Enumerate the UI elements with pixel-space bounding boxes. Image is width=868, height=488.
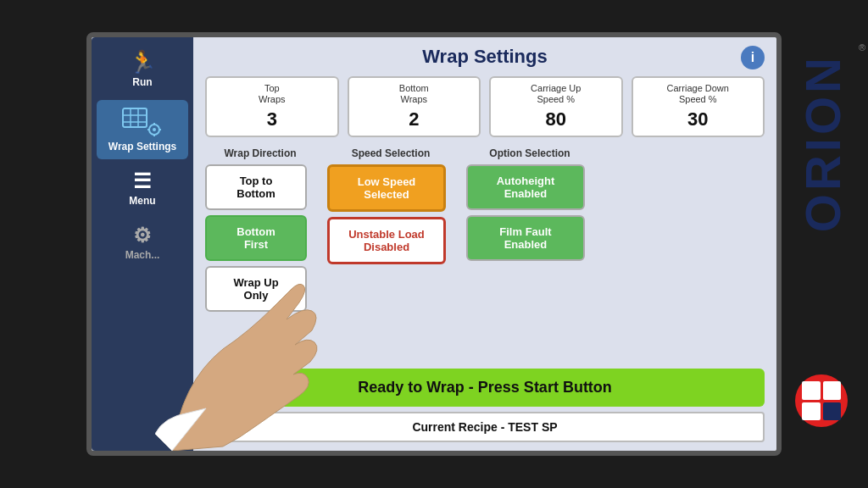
registered-mark: ® — [859, 42, 865, 53]
top-to-bottom-button[interactable]: Top toBottom — [205, 164, 307, 210]
sidebar-wrap-settings-label: Wrap Settings — [108, 141, 176, 152]
svg-point-6 — [153, 128, 156, 131]
info-button[interactable]: i — [741, 46, 765, 69]
sidebar-item-wrap-settings[interactable]: Wrap Settings — [97, 100, 188, 159]
option-selection-title: Option Selection — [466, 147, 593, 159]
sidebar: 🏃 Run — [92, 37, 193, 451]
sidebar-item-menu[interactable]: ☰ Menu — [97, 164, 188, 214]
carriage-up-label: Carriage UpSpeed % — [498, 83, 615, 105]
controls-area: Wrap Direction Top toBottom BottomFirst … — [205, 147, 765, 362]
option-selection-section: Option Selection AutoheightEnabled Film … — [466, 147, 593, 362]
sidebar-machine-label: Mach... — [125, 249, 160, 261]
top-wraps-value: 3 — [214, 108, 331, 130]
wrap-direction-section: Wrap Direction Top toBottom BottomFirst … — [205, 147, 315, 362]
unstable-load-button[interactable]: Unstable LoadDisabled — [327, 217, 446, 264]
film-fault-button[interactable]: Film FaultEnabled — [466, 215, 585, 261]
bottom-wraps-box[interactable]: BottomWraps 2 — [348, 76, 481, 137]
low-speed-button[interactable]: Low SpeedSelected — [327, 164, 446, 212]
current-recipe-bar: Current Recipe - TEST SP — [205, 412, 765, 442]
sidebar-item-machine[interactable]: ⚙ Mach... — [97, 219, 188, 268]
carriage-down-value: 30 — [640, 108, 757, 130]
main-content: Wrap Settings i TopWraps 3 BottomWraps 2… — [193, 37, 776, 451]
carriage-up-speed-box[interactable]: Carriage UpSpeed % 80 — [489, 76, 623, 137]
orion-logo-button[interactable] — [795, 374, 848, 427]
bottom-first-button[interactable]: BottomFirst — [205, 215, 307, 261]
wrap-direction-title: Wrap Direction — [205, 147, 315, 159]
run-icon: 🏃 — [129, 51, 156, 73]
sidebar-item-run[interactable]: 🏃 Run — [97, 44, 188, 95]
speed-selection-section: Speed Selection Low SpeedSelected Unstab… — [327, 147, 454, 362]
carriage-down-speed-box[interactable]: Carriage DownSpeed % 30 — [632, 76, 765, 137]
machine-icon: ⚙ — [133, 225, 152, 246]
speed-selection-title: Speed Selection — [327, 147, 454, 159]
top-wraps-label: TopWraps — [214, 83, 331, 105]
logo-cell-3 — [802, 402, 821, 421]
carriage-up-value: 80 — [498, 108, 615, 130]
sidebar-menu-label: Menu — [129, 195, 155, 207]
page-title: Wrap Settings — [422, 46, 548, 68]
svg-rect-0 — [123, 108, 147, 127]
autoheight-button[interactable]: AutoheightEnabled — [466, 164, 585, 210]
wrap-up-only-button[interactable]: Wrap UpOnly — [205, 266, 307, 312]
bottom-wraps-label: BottomWraps — [356, 83, 473, 105]
top-wraps-box[interactable]: TopWraps 3 — [205, 76, 339, 137]
bottom-wraps-value: 2 — [356, 108, 473, 130]
orion-text: ORION — [798, 54, 848, 232]
header: Wrap Settings i — [205, 46, 765, 68]
ready-to-wrap-button[interactable]: Ready to Wrap - Press Start Button — [205, 369, 765, 407]
carriage-down-label: Carriage DownSpeed % — [640, 83, 757, 105]
logo-cell-1 — [802, 381, 821, 400]
wrap-settings-icon — [121, 107, 164, 137]
bottom-area: Ready to Wrap - Press Start Button Curre… — [205, 369, 765, 442]
logo-cell-2 — [823, 381, 842, 400]
logo-cell-4 — [823, 402, 842, 421]
sidebar-run-label: Run — [132, 76, 152, 88]
stats-row: TopWraps 3 BottomWraps 2 Carriage UpSpee… — [205, 76, 765, 137]
menu-icon: ☰ — [133, 171, 152, 191]
